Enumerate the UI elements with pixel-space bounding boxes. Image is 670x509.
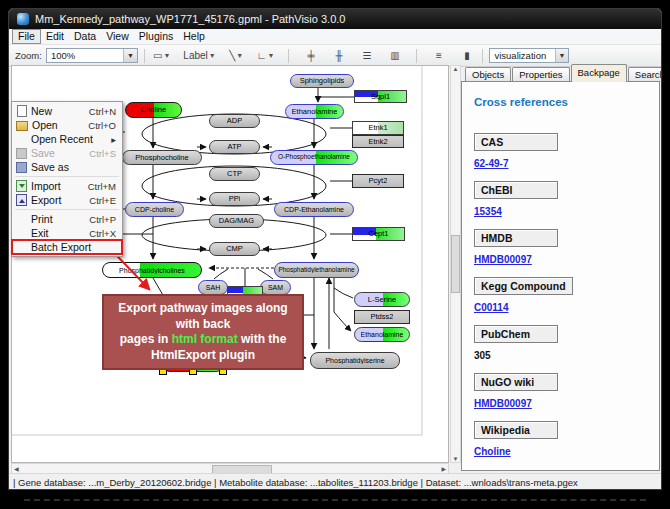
node-ppi[interactable]: PPi — [209, 192, 260, 206]
node-cept1[interactable]: Cept1 — [352, 227, 405, 241]
status-text: | Gene database: ...m_Derby_20120602.bri… — [13, 477, 578, 488]
menu-item-print[interactable]: PrintCtrl+P — [12, 212, 122, 226]
node-adp[interactable]: ADP — [209, 114, 260, 128]
align-horizontal-center-button[interactable]: ╪ — [301, 47, 320, 64]
menu-help[interactable]: Help — [178, 30, 210, 43]
node-cdp-choline[interactable]: CDP-choline — [125, 202, 184, 217]
stack-vertical-button[interactable]: ≡ — [429, 47, 448, 64]
annotation-callout: Export pathway images along with back pa… — [102, 294, 304, 370]
import-icon — [16, 180, 27, 192]
chevron-down-icon[interactable]: ▼ — [163, 52, 170, 59]
menu-file[interactable]: File — [12, 29, 41, 44]
reference-source: Kegg Compound — [474, 277, 573, 295]
node-ethanolamine-bottom[interactable]: Ethanolamine — [354, 327, 410, 342]
node-etnk2[interactable]: Etnk2 — [352, 135, 404, 148]
menu-item-batch-export[interactable]: Batch Export — [12, 240, 122, 254]
reference-section-pubchem: PubChem305 — [474, 324, 659, 362]
tab-objects[interactable]: Objects — [465, 67, 511, 82]
zoom-combobox[interactable]: 100% ▼ — [46, 48, 138, 63]
callout-line2: pages in — [120, 332, 172, 346]
node-ptdss2[interactable]: Ptdss2 — [354, 310, 410, 324]
menu-item-export[interactable]: ExportCtrl+E — [12, 193, 122, 207]
node-ethanolamine-top[interactable]: Ethanolamine — [285, 104, 344, 119]
tab-backpage[interactable]: Backpage — [571, 64, 627, 82]
toolbar-separator — [482, 49, 483, 63]
node-cdp-ethanolamine[interactable]: CDP-Ethanolamine — [274, 202, 354, 217]
node-atp[interactable]: ATP — [209, 140, 260, 154]
node-sam[interactable]: SAM — [260, 280, 291, 295]
menu-item-save-as[interactable]: Save as — [12, 160, 122, 174]
node-sgpl1[interactable]: Sgpl1 — [354, 90, 407, 103]
save-icon — [16, 148, 27, 159]
tab-search[interactable]: Search — [628, 67, 662, 82]
node-phosphatidylcholines[interactable]: Phosphatidylcholines — [102, 262, 202, 278]
node-phosphatidylethanolamine[interactable]: Phosphatidylethanolamine — [274, 262, 359, 278]
node-dag-mag[interactable]: DAG/MAG — [209, 214, 264, 228]
node-label: SAM — [268, 284, 283, 291]
menu-item-spacer — [16, 228, 27, 239]
chevron-down-icon[interactable]: ▼ — [123, 49, 137, 62]
menu-item-new[interactable]: NewCtrl+N — [12, 104, 122, 118]
node-label: Sgpl1 — [371, 93, 390, 101]
common-height-button[interactable]: ▥ — [385, 47, 404, 64]
node-l-serine[interactable]: L-Serine — [354, 292, 410, 307]
reference-link[interactable]: Choline — [474, 446, 659, 458]
scroll-right-icon[interactable]: ▶ — [441, 465, 446, 472]
node-label: ATP — [227, 143, 241, 151]
visualization-combobox[interactable]: visualization ▼ — [489, 48, 569, 63]
chevron-down-icon[interactable]: ▼ — [555, 49, 569, 62]
toolbar-separator — [288, 49, 289, 63]
menu-item-shortcut: Ctrl+M — [88, 181, 116, 192]
menu-edit[interactable]: Edit — [41, 30, 69, 43]
node-choline-top[interactable]: Choline — [125, 102, 182, 118]
menu-data[interactable]: Data — [69, 30, 101, 43]
datanode-tool-button[interactable]: ▭▼ — [151, 47, 172, 64]
node-cmp[interactable]: CMP — [209, 242, 260, 256]
node-pcyt2[interactable]: Pcyt2 — [352, 174, 404, 188]
node-label: ADP — [227, 117, 242, 125]
node-sphingolipids[interactable]: Sphingolipids — [290, 74, 354, 88]
title-bar[interactable]: Mm_Kennedy_pathway_WP1771_45176.gpml - P… — [9, 9, 661, 29]
menu-item-import[interactable]: ImportCtrl+M — [12, 179, 122, 193]
align-vertical-center-button[interactable]: ╫ — [329, 47, 348, 64]
chevron-down-icon[interactable]: ▼ — [236, 52, 243, 59]
node-ctp[interactable]: CTP — [209, 167, 260, 181]
scroll-down-icon[interactable]: ▼ — [453, 456, 459, 462]
menu-item-label: Print — [31, 213, 85, 225]
chevron-down-icon[interactable]: ▼ — [209, 52, 216, 59]
menu-plugins[interactable]: Plugins — [134, 30, 178, 43]
zoom-value: 100% — [51, 50, 75, 61]
menu-item-shortcut: Ctrl+P — [89, 214, 116, 225]
scroll-left-icon[interactable]: ◀ — [14, 465, 19, 472]
node-label: Ethanolamine — [292, 108, 338, 116]
menu-item-exit[interactable]: ExitCtrl+X — [12, 226, 122, 240]
menu-item-open[interactable]: OpenCtrl+O — [12, 118, 122, 132]
node-sah[interactable]: SAH — [198, 280, 228, 295]
reference-list: CAS62-49-7ChEBI15354HMDBHMDB00097Kegg Co… — [474, 132, 659, 458]
node-o-phosphoethanolamine[interactable]: O-Phosphoethanolamine — [270, 150, 358, 165]
scrollbar-thumb[interactable] — [451, 235, 460, 293]
scroll-up-icon[interactable]: ▲ — [453, 66, 459, 72]
stack-horizontal-button[interactable]: ▮ — [457, 47, 476, 64]
common-width-button[interactable]: ☰ — [357, 47, 376, 64]
menu-item-open-recent[interactable]: Open Recent▸ — [12, 132, 122, 146]
reference-link[interactable]: 62-49-7 — [474, 158, 659, 170]
chevron-down-icon[interactable]: ▼ — [268, 52, 275, 59]
toolbar: Zoom: 100% ▼ ▭▼Label▼╲▼∟▼╪╫☰▥≡▮ visualiz… — [9, 45, 661, 67]
line-tool-button[interactable]: ╲▼ — [227, 47, 246, 64]
reference-link[interactable]: C00114 — [474, 302, 659, 314]
reference-link[interactable]: HMDB00097 — [474, 398, 659, 410]
menu-view[interactable]: View — [101, 30, 134, 43]
connector-tool-button[interactable]: ∟▼ — [255, 47, 277, 64]
label-tool-button[interactable]: Label▼ — [181, 47, 217, 64]
node-phosphocholine[interactable]: Phosphocholine — [122, 150, 202, 165]
reference-source: ChEBI — [474, 181, 558, 199]
node-etnk1[interactable]: Etnk1 — [352, 121, 404, 135]
node-phosphatidylserine[interactable]: Phosphatidylserine — [310, 352, 400, 369]
reference-link[interactable]: HMDB00097 — [474, 254, 659, 266]
menu-item-label: Open Recent — [31, 133, 107, 145]
reference-source: PubChem — [474, 325, 558, 343]
reference-link[interactable]: 15354 — [474, 206, 659, 218]
vertical-scrollbar[interactable]: ▲ ▼ — [450, 65, 461, 463]
tab-properties[interactable]: Properties — [512, 67, 569, 82]
